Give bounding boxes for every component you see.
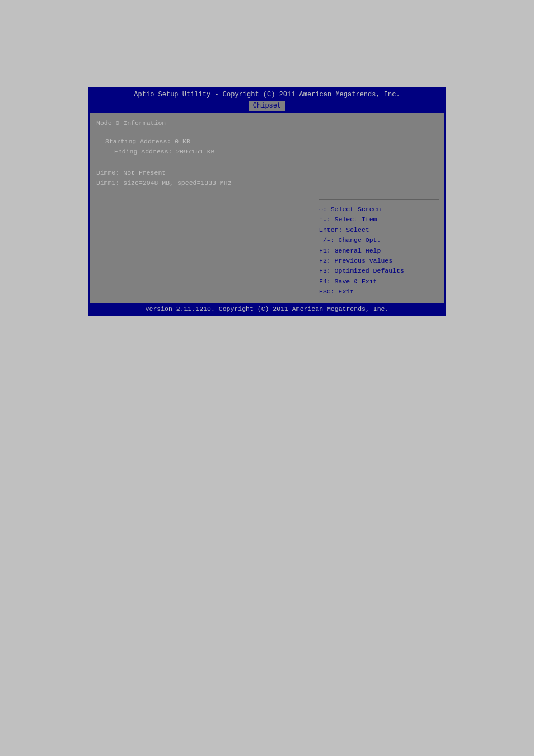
help-item-prev-values: F2: Previous Values <box>319 256 439 266</box>
bios-title: Aptio Setup Utility - Copyright (C) 2011… <box>90 90 444 100</box>
bios-window: Aptio Setup Utility - Copyright (C) 2011… <box>88 87 446 316</box>
ending-address: Ending Address: 2097151 KB <box>96 147 306 157</box>
footer-text: Version 2.11.1210. Copyright (C) 2011 Am… <box>146 305 389 312</box>
help-item-select-screen: ↔: Select Screen <box>319 204 439 214</box>
help-item-optimized: F3: Optimized Defaults <box>319 266 439 276</box>
dimm0: Dimm0: Not Present <box>96 168 306 178</box>
help-item-esc: ESC: Exit <box>319 287 439 297</box>
dimm1: Dimm1: size=2048 MB, speed=1333 MHz <box>96 178 306 188</box>
help-item-select-item: ↑↓: Select Item <box>319 214 439 225</box>
section-title: Node 0 Information <box>96 118 306 128</box>
bios-body: Node 0 Information Starting Address: 0 K… <box>90 113 444 303</box>
left-panel: Node 0 Information Starting Address: 0 K… <box>90 113 313 303</box>
right-panel: ↔: Select Screen ↑↓: Select Item Enter: … <box>313 113 444 303</box>
bios-header: Aptio Setup Utility - Copyright (C) 2011… <box>90 88 444 113</box>
bios-footer: Version 2.11.1210. Copyright (C) 2011 Am… <box>90 303 444 315</box>
help-item-enter: Enter: Select <box>319 225 439 235</box>
help-item-general-help: F1: General Help <box>319 246 439 256</box>
help-item-save-exit: F4: Save & Exit <box>319 277 439 287</box>
help-section: ↔: Select Screen ↑↓: Select Item Enter: … <box>319 199 439 297</box>
tab-chipset[interactable]: Chipset <box>249 101 285 111</box>
tab-bar: Chipset <box>90 101 444 111</box>
starting-address: Starting Address: 0 KB <box>96 137 306 147</box>
help-item-change-opt: +/-: Change Opt. <box>319 235 439 245</box>
